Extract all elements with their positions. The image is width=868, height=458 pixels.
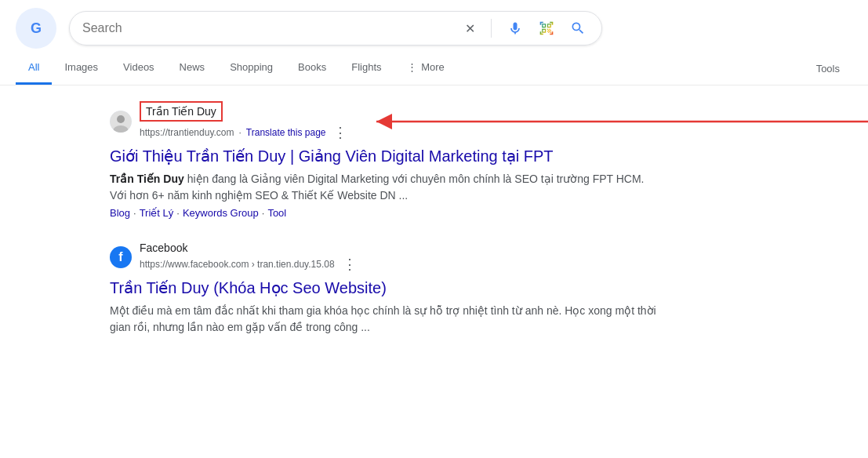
- result-1-site-row-container: Trần Tiến Duy https://trantienduy.com · …: [110, 101, 659, 141]
- search-bar: tran tien duy ✕: [69, 11, 602, 45]
- tab-flights[interactable]: Flights: [339, 52, 394, 85]
- sitelink-dot-1: ·: [133, 207, 136, 219]
- results-area: Trần Tiến Duy https://trantienduy.com · …: [0, 85, 674, 373]
- result-2-site-name: Facebook: [140, 241, 357, 255]
- result-1-dot-separator: ·: [239, 127, 242, 138]
- search-input[interactable]: tran tien duy: [82, 21, 462, 35]
- tab-books[interactable]: Books: [285, 52, 339, 85]
- result-card-2: f Facebook https://www.facebook.com › tr…: [110, 241, 659, 336]
- result-2-url: https://www.facebook.com › tran.tien.duy…: [140, 259, 335, 270]
- result-1-title[interactable]: Giới Thiệu Trần Tiến Duy | Giảng Viên Di…: [110, 146, 659, 166]
- sitelink-dot-2: ·: [176, 207, 180, 219]
- result-1-url-row: https://trantienduy.com · Translate this…: [140, 124, 347, 141]
- result-2-site-row: f Facebook https://www.facebook.com › tr…: [110, 241, 659, 273]
- result-card-1: Trần Tiến Duy https://trantienduy.com · …: [110, 101, 659, 219]
- search-icons: ✕: [462, 17, 589, 39]
- result-1-translate-link[interactable]: Translate this page: [246, 127, 326, 138]
- mic-icon: [507, 20, 523, 36]
- lens-search-button[interactable]: [536, 17, 557, 39]
- result-1-favicon: [110, 111, 132, 133]
- google-logo: G: [16, 8, 56, 49]
- result-1-snippet: Trần Tiến Duy hiện đang là Giảng viên Di…: [110, 171, 659, 204]
- result-2-title[interactable]: Trần Tiến Duy (Khóa Học Seo Website): [110, 278, 659, 298]
- result-2-favicon: f: [110, 246, 132, 268]
- voice-search-button[interactable]: [504, 17, 526, 39]
- sitelink-dot-3: ·: [262, 207, 265, 219]
- sitelink-blog[interactable]: Blog: [110, 207, 130, 219]
- tools-button[interactable]: Tools: [804, 53, 852, 84]
- result-1-site-row: Trần Tiến Duy https://trantienduy.com · …: [110, 101, 659, 141]
- sitelink-keywords-group[interactable]: Keywords Group: [183, 207, 259, 219]
- result-1-url: https://trantienduy.com: [140, 127, 234, 138]
- result-2-site-info: Facebook https://www.facebook.com › tran…: [140, 241, 357, 273]
- search-submit-icon: [570, 20, 586, 36]
- tab-news[interactable]: News: [167, 52, 218, 85]
- result-1-sitelinks: Blog · Triết Lý · Keywords Group · Tool: [110, 207, 659, 219]
- result-2-more-button[interactable]: ⋮: [343, 256, 357, 273]
- tab-more[interactable]: ⋮ More: [394, 52, 457, 85]
- tab-shopping[interactable]: Shopping: [217, 52, 285, 85]
- header: G tran tien duy ✕: [0, 0, 868, 49]
- result-2-snippet: Một điều mà em tâm đắc nhất khi tham gia…: [110, 303, 659, 336]
- svg-point-3: [117, 115, 125, 123]
- result-1-site-info: Trần Tiến Duy https://trantienduy.com · …: [140, 101, 347, 141]
- result-1-name-highlighted: Trần Tiến Duy: [140, 101, 223, 122]
- tab-all[interactable]: All: [16, 52, 52, 85]
- sitelink-triet-ly[interactable]: Triết Lý: [140, 207, 174, 219]
- nav-tabs: All Images Videos News Shopping Books Fl…: [0, 52, 868, 85]
- clear-icon: ✕: [465, 21, 475, 36]
- result-2-url-row: https://www.facebook.com › tran.tien.duy…: [140, 256, 357, 273]
- more-dots-icon: ⋮: [407, 61, 417, 73]
- result-1-site-name: Trần Tiến Duy: [140, 101, 347, 123]
- divider: [491, 19, 492, 38]
- sitelink-tool[interactable]: Tool: [267, 207, 286, 219]
- tab-images[interactable]: Images: [52, 52, 111, 85]
- svg-text:G: G: [31, 20, 42, 36]
- lens-icon: [539, 20, 554, 36]
- result-1-more-button[interactable]: ⋮: [333, 124, 347, 141]
- tab-videos[interactable]: Videos: [111, 52, 167, 85]
- search-submit-button[interactable]: [567, 17, 589, 39]
- clear-button[interactable]: ✕: [462, 18, 478, 39]
